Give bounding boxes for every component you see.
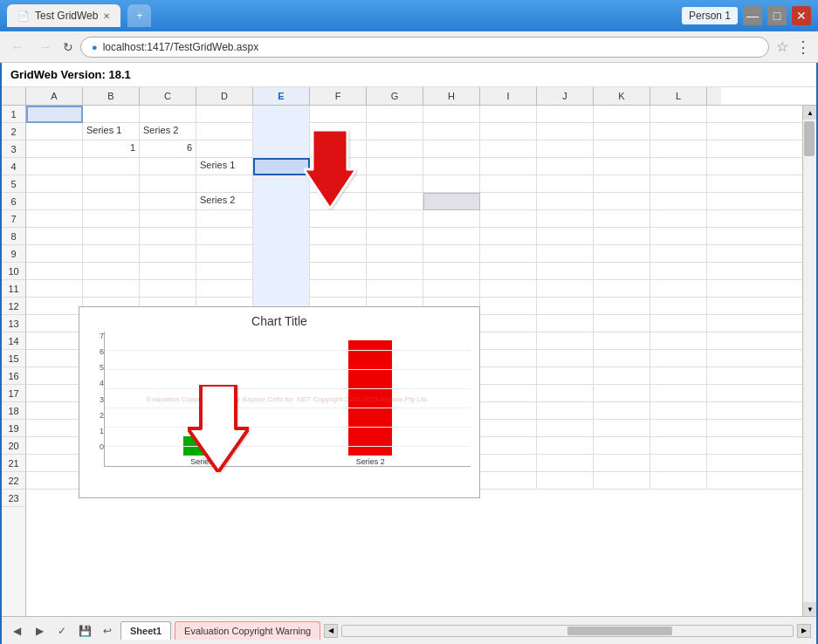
sheet-tab-warning[interactable]: Evaluation Copyright Warning [175, 621, 320, 640]
cell-J6[interactable] [537, 193, 594, 210]
cell-K3[interactable] [594, 140, 650, 158]
cell-L3[interactable] [650, 140, 707, 158]
cell-H1[interactable] [423, 106, 480, 123]
col-H[interactable]: H [423, 87, 480, 105]
cell-A3[interactable] [26, 140, 83, 158]
cell-C6[interactable] [140, 193, 196, 210]
cell-H2[interactable] [423, 123, 480, 140]
cell-J5[interactable] [537, 175, 594, 193]
cell-G1[interactable] [367, 106, 423, 123]
menu-button[interactable]: ⋮ [795, 38, 811, 57]
col-F[interactable]: F [310, 87, 367, 105]
cell-E4[interactable] [253, 158, 310, 175]
scrollbar-thumb[interactable] [804, 121, 815, 156]
cell-K5[interactable] [594, 175, 650, 193]
undo-button[interactable]: ↩ [98, 621, 117, 641]
cell-E1[interactable] [253, 106, 310, 123]
scroll-right-button[interactable]: ▶ [797, 624, 811, 638]
cell-C3[interactable]: 6 [140, 140, 196, 158]
col-L[interactable]: L [650, 87, 707, 105]
col-K[interactable]: K [594, 87, 650, 105]
cell-B2[interactable]: Series 1 [83, 123, 140, 140]
cell-K6[interactable] [594, 193, 650, 210]
check-button[interactable]: ✓ [52, 621, 72, 641]
cell-E3[interactable] [253, 140, 310, 158]
cell-L1[interactable] [650, 106, 707, 123]
cell-D3[interactable] [196, 140, 253, 158]
horizontal-scrollbar[interactable] [341, 625, 794, 637]
col-D[interactable]: D [196, 87, 253, 105]
cell-G4[interactable] [367, 158, 423, 175]
cell-I5[interactable] [480, 175, 537, 193]
cell-E5[interactable] [253, 175, 310, 193]
browser-tab-active[interactable]: 📄 Test GridWeb ✕ [7, 4, 120, 27]
cell-J3[interactable] [537, 140, 594, 158]
cell-K4[interactable] [594, 158, 650, 175]
col-J[interactable]: J [537, 87, 594, 105]
scroll-up-button[interactable]: ▲ [803, 106, 816, 120]
cell-H3[interactable] [423, 140, 480, 158]
cell-E6[interactable] [253, 193, 310, 210]
cell-F1[interactable] [310, 106, 367, 123]
cell-E2[interactable] [253, 123, 310, 140]
col-G[interactable]: G [367, 87, 423, 105]
nav-prev-button[interactable]: ◀ [7, 621, 26, 641]
cell-I3[interactable] [480, 140, 537, 158]
cell-J1[interactable] [537, 106, 594, 123]
scroll-down-button[interactable]: ▼ [803, 602, 816, 616]
cell-A4[interactable] [26, 158, 83, 175]
cell-K1[interactable] [594, 106, 650, 123]
cell-D2[interactable] [196, 123, 253, 140]
back-button[interactable]: ← [7, 38, 28, 57]
cell-I2[interactable] [480, 123, 537, 140]
minimize-button[interactable]: — [743, 6, 762, 25]
cell-I4[interactable] [480, 158, 537, 175]
cell-J4[interactable] [537, 158, 594, 175]
browser-tab-new[interactable]: + [127, 4, 151, 27]
close-button[interactable]: ✕ [792, 6, 811, 25]
cell-L2[interactable] [650, 123, 707, 140]
forward-button[interactable]: → [35, 38, 56, 57]
cell-A1[interactable] [26, 106, 83, 123]
cell-D1[interactable] [196, 106, 253, 123]
cell-C1[interactable] [140, 106, 196, 123]
cell-G5[interactable] [367, 175, 423, 193]
cell-B1[interactable] [83, 106, 140, 123]
cell-A5[interactable] [26, 175, 83, 193]
cell-C2[interactable]: Series 2 [140, 123, 196, 140]
cell-H4[interactable] [423, 158, 480, 175]
col-C[interactable]: C [140, 87, 196, 105]
col-B[interactable]: B [83, 87, 140, 105]
cell-H5[interactable] [423, 175, 480, 193]
tab-close-button[interactable]: ✕ [103, 11, 110, 21]
cell-D6[interactable]: Series 2 [196, 193, 253, 210]
vertical-scrollbar[interactable]: ▲ ▼ [802, 106, 816, 616]
cell-B5[interactable] [83, 175, 140, 193]
cell-K2[interactable] [594, 123, 650, 140]
cell-I1[interactable] [480, 106, 537, 123]
cell-B6[interactable] [83, 193, 140, 210]
cell-C5[interactable] [140, 175, 196, 193]
cell-D5[interactable] [196, 175, 253, 193]
cell-C4[interactable] [140, 158, 196, 175]
maximize-button[interactable]: □ [767, 6, 787, 25]
save-button[interactable]: 💾 [75, 621, 94, 641]
cell-A2[interactable] [26, 123, 83, 140]
scroll-left-button[interactable]: ◀ [324, 624, 338, 638]
cell-L5[interactable] [650, 175, 707, 193]
nav-next-button[interactable]: ▶ [30, 621, 49, 641]
cell-H6[interactable] [423, 193, 480, 210]
cell-G3[interactable] [367, 140, 423, 158]
cell-D4[interactable]: Series 1 [196, 158, 253, 175]
cell-A6[interactable] [26, 193, 83, 210]
h-scrollbar-thumb[interactable] [567, 627, 672, 635]
cell-J2[interactable] [537, 123, 594, 140]
col-I[interactable]: I [480, 87, 537, 105]
cell-I6[interactable] [480, 193, 537, 210]
bookmark-button[interactable]: ☆ [776, 38, 788, 55]
url-bar[interactable]: ● localhost:1417/TestGridWeb.aspx [80, 37, 769, 58]
cell-L6[interactable] [650, 193, 707, 210]
cell-G6[interactable] [367, 193, 423, 210]
cell-B3[interactable]: 1 [83, 140, 140, 158]
col-A[interactable]: A [26, 87, 83, 105]
